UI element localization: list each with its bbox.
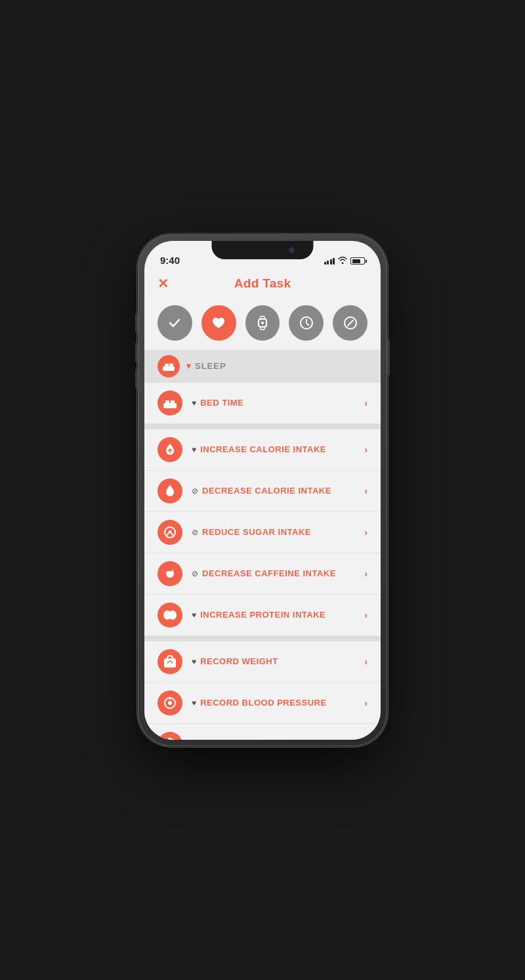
- task-list: ▾ SLEEP ♥ BED TIME ›: [144, 350, 381, 740]
- sleep-arrow: ▾: [186, 361, 192, 371]
- bed-time-text: ♥ BED TIME: [192, 398, 355, 408]
- record-weight-chevron: ›: [364, 656, 368, 667]
- svg-rect-2: [261, 327, 264, 330]
- wifi-icon: [338, 257, 347, 266]
- record-bp-text: ♥ RECORD BLOOD PRESSURE: [192, 698, 355, 708]
- decrease-caffeine-badge: ⊘: [192, 569, 198, 578]
- separator-2: [144, 636, 381, 641]
- record-bg-icon: [158, 732, 182, 740]
- reduce-sugar-text: ⊘ REDUCE SUGAR INTAKE: [192, 527, 355, 537]
- list-item[interactable]: ♥ INCREASE CALORIE INTAKE ›: [144, 429, 381, 471]
- list-item[interactable]: ♥ RECORD WEIGHT ›: [144, 641, 381, 683]
- list-item[interactable]: ♥ RECORD BLOOD GLUCOSE ›: [144, 724, 381, 740]
- svg-rect-11: [171, 400, 175, 404]
- signal-icon: [324, 257, 335, 265]
- page-title: Add Task: [234, 276, 291, 291]
- increase-calorie-icon: [158, 437, 182, 462]
- list-item[interactable]: ♥ BED TIME ›: [144, 383, 381, 424]
- header: ✕ Add Task: [144, 270, 381, 299]
- record-bg-label: RECORD BLOOD GLUCOSE: [200, 739, 322, 740]
- separator-1: [144, 424, 381, 429]
- bed-time-chevron: ›: [364, 398, 368, 408]
- svg-rect-9: [163, 403, 177, 408]
- camera: [289, 247, 295, 253]
- phone-screen: 9:40: [144, 241, 381, 740]
- record-weight-icon: [158, 649, 182, 674]
- decrease-caffeine-label: DECREASE CAFFEINE INTAKE: [202, 568, 336, 578]
- app-content: ✕ Add Task: [144, 270, 381, 740]
- bed-time-icon: [158, 391, 182, 415]
- increase-protein-label: INCREASE PROTEIN INTAKE: [200, 610, 326, 620]
- record-bp-badge: ♥: [192, 698, 196, 708]
- decrease-calorie-icon: [158, 479, 182, 503]
- cat-icon-clock[interactable]: [289, 305, 324, 341]
- svg-point-19: [168, 701, 172, 705]
- bed-time-badge: ♥: [192, 398, 196, 408]
- increase-calorie-text: ♥ INCREASE CALORIE INTAKE: [192, 444, 355, 454]
- record-bg-chevron: ›: [364, 739, 368, 740]
- status-icons: [324, 257, 366, 266]
- record-bp-icon: [158, 691, 182, 715]
- record-weight-label: RECORD WEIGHT: [200, 656, 278, 666]
- sleep-section-label: ▾ SLEEP: [186, 361, 226, 371]
- category-icons-row: [144, 299, 381, 350]
- increase-protein-chevron: ›: [364, 610, 368, 620]
- svg-rect-10: [165, 400, 169, 404]
- increase-protein-text: ♥ INCREASE PROTEIN INTAKE: [192, 610, 355, 620]
- cat-icon-heart[interactable]: [201, 305, 236, 341]
- decrease-caffeine-chevron: ›: [364, 568, 368, 579]
- increase-calorie-label: INCREASE CALORIE INTAKE: [200, 444, 326, 454]
- reduce-sugar-icon: [158, 520, 182, 545]
- svg-rect-1: [261, 316, 264, 319]
- decrease-caffeine-text: ⊘ DECREASE CAFFEINE INTAKE: [192, 568, 355, 578]
- svg-point-13: [169, 530, 171, 533]
- sleep-section-icon: [158, 355, 180, 377]
- decrease-caffeine-icon: [158, 561, 182, 586]
- svg-point-16: [169, 610, 177, 620]
- record-bg-text: ♥ RECORD BLOOD GLUCOSE: [192, 739, 355, 740]
- record-weight-badge: ♥: [192, 657, 196, 666]
- svg-rect-7: [165, 364, 169, 368]
- decrease-calorie-badge: ⊘: [192, 486, 198, 496]
- battery-icon: [350, 257, 365, 265]
- svg-rect-17: [164, 658, 176, 668]
- cat-icon-watch[interactable]: [245, 305, 280, 341]
- status-time: 9:40: [160, 255, 180, 266]
- reduce-sugar-label: REDUCE SUGAR INTAKE: [202, 527, 311, 537]
- increase-calorie-badge: ♥: [192, 445, 196, 454]
- decrease-calorie-chevron: ›: [364, 486, 368, 496]
- svg-point-3: [261, 322, 264, 324]
- list-item[interactable]: ♥ INCREASE PROTEIN INTAKE ›: [144, 595, 381, 636]
- record-weight-text: ♥ RECORD WEIGHT: [192, 656, 355, 666]
- decrease-calorie-text: ⊘ DECREASE CALORIE INTAKE: [192, 486, 355, 496]
- increase-calorie-chevron: ›: [364, 444, 368, 455]
- notch: [212, 241, 314, 259]
- phone-frame: 9:40: [138, 234, 387, 746]
- cat-icon-cancel[interactable]: [333, 305, 368, 341]
- list-item[interactable]: ⊘ DECREASE CALORIE INTAKE ›: [144, 471, 381, 512]
- decrease-calorie-label: DECREASE CALORIE INTAKE: [202, 486, 331, 496]
- list-item[interactable]: ⊘ DECREASE CAFFEINE INTAKE ›: [144, 553, 381, 595]
- cat-icon-checkmark[interactable]: [158, 305, 192, 341]
- close-button[interactable]: ✕: [158, 276, 169, 291]
- list-item[interactable]: ⊘ REDUCE SUGAR INTAKE ›: [144, 512, 381, 553]
- section-header-sleep: ▾ SLEEP: [144, 350, 381, 383]
- record-bp-label: RECORD BLOOD PRESSURE: [200, 698, 327, 708]
- increase-protein-badge: ♥: [192, 610, 196, 620]
- list-item[interactable]: ♥ RECORD BLOOD PRESSURE ›: [144, 683, 381, 724]
- record-bp-chevron: ›: [364, 698, 368, 708]
- increase-protein-icon: [158, 603, 182, 628]
- svg-rect-8: [169, 364, 173, 368]
- reduce-sugar-chevron: ›: [364, 527, 368, 538]
- reduce-sugar-badge: ⊘: [192, 528, 198, 537]
- bed-time-label: BED TIME: [200, 398, 243, 408]
